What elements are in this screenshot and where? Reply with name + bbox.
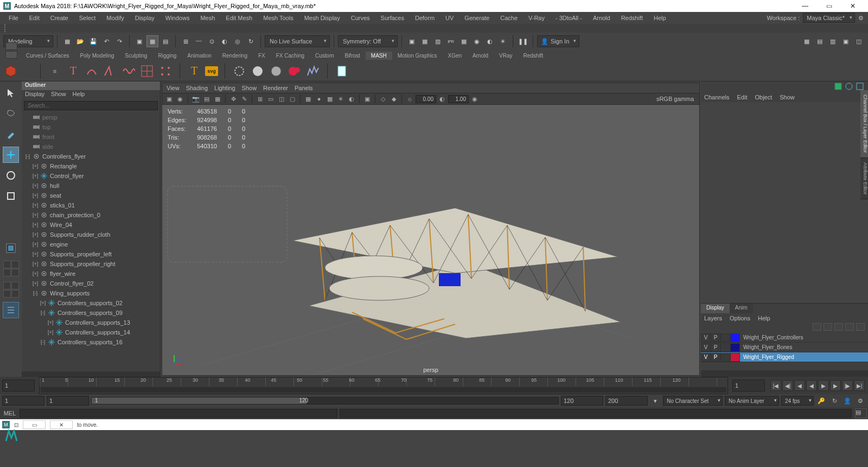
- vp-film-gate-icon[interactable]: ▭: [266, 94, 276, 104]
- mash-ring-icon[interactable]: [232, 64, 247, 79]
- step-forward-button[interactable]: ▶: [830, 380, 841, 391]
- anim-start-field[interactable]: 1: [2, 396, 44, 406]
- layer-display-type[interactable]: [720, 353, 730, 362]
- snap-live-icon[interactable]: ↻: [245, 35, 257, 47]
- menu-surfaces[interactable]: Surfaces: [376, 12, 409, 24]
- mash-noise-icon[interactable]: [305, 64, 321, 79]
- shelf-tab-mash[interactable]: MASH: [366, 52, 392, 60]
- step-back-key-button[interactable]: ◀|: [782, 380, 793, 391]
- menu-generate[interactable]: Generate: [460, 12, 494, 24]
- layer-color-swatch[interactable]: [730, 343, 740, 352]
- current-frame-right[interactable]: 1: [732, 380, 765, 392]
- lasso-tool[interactable]: [3, 105, 19, 122]
- open-scene-icon[interactable]: 📂: [74, 35, 86, 47]
- taskbar-maya-icon[interactable]: M: [2, 421, 10, 428]
- expand-toggle[interactable]: [+]: [48, 330, 53, 335]
- outliner-item[interactable]: [+]Control_flyer_02: [22, 279, 160, 288]
- shelf-tab-vray[interactable]: VRay: [494, 52, 518, 60]
- vp-exposure-value[interactable]: 0.00: [416, 95, 436, 103]
- mash-grid-icon[interactable]: [139, 64, 155, 79]
- vp-camera-icon[interactable]: 📷: [191, 94, 201, 104]
- menu-windows[interactable]: Windows: [161, 12, 194, 24]
- vp-gamma-label[interactable]: sRGB gamma: [653, 96, 697, 102]
- shelf-toggle-2[interactable]: [5, 51, 17, 59]
- expand-toggle[interactable]: [+]: [33, 232, 38, 237]
- shelf-tab-rigging[interactable]: Rigging: [152, 52, 182, 60]
- cb-icon-2[interactable]: [845, 83, 854, 91]
- expand-toggle[interactable]: [-]: [40, 310, 46, 315]
- mash-curve-icon[interactable]: [84, 64, 99, 79]
- shelf-tab-animation[interactable]: Animation: [182, 52, 216, 60]
- shelf-tab-redshift[interactable]: Redshift: [518, 52, 548, 60]
- menu-vray[interactable]: V-Ray: [524, 12, 549, 24]
- snap-curve-icon[interactable]: 〰: [193, 35, 205, 47]
- menu-edit[interactable]: Edit: [25, 12, 44, 24]
- render-icon-3[interactable]: ▥: [432, 35, 444, 47]
- shelf-toggle-1[interactable]: [5, 42, 17, 50]
- expand-toggle[interactable]: [+]: [33, 212, 38, 218]
- snap-grid-icon[interactable]: ⊞: [180, 35, 192, 47]
- shelf-tab-arnold[interactable]: Arnold: [467, 52, 494, 60]
- taskbar-close-thumb[interactable]: ✕: [50, 420, 73, 429]
- outliner-item[interactable]: top: [22, 122, 160, 132]
- outliner-item[interactable]: [+]hull: [22, 181, 160, 191]
- vp-shadows-icon[interactable]: ◐: [347, 94, 356, 104]
- toggle-panel-icon-1[interactable]: ▦: [801, 35, 813, 47]
- layer-list[interactable]: VPWright_Flyer_ControllersVPWright_Flyer…: [701, 333, 868, 370]
- layer-tool-3[interactable]: [834, 323, 843, 331]
- menu-uv[interactable]: UV: [441, 12, 458, 24]
- outliner-item[interactable]: [-]Controllers_flyer: [22, 152, 160, 161]
- anim-layer-selector[interactable]: No Anim Layer: [725, 396, 779, 406]
- layer-tool-4[interactable]: [845, 323, 854, 331]
- mash-dots-icon[interactable]: [158, 64, 173, 79]
- toggle-panel-icon-4[interactable]: ▣: [840, 35, 852, 47]
- outliner-item[interactable]: [+]Supports_propeller_right: [22, 259, 160, 269]
- script-language-label[interactable]: MEL: [0, 410, 20, 416]
- shelf-tab-bifrost[interactable]: Bifrost: [339, 52, 365, 60]
- script-editor-button[interactable]: ▤: [855, 408, 867, 418]
- cb-menu-edit[interactable]: Edit: [737, 94, 747, 100]
- menu-display[interactable]: Display: [131, 12, 159, 24]
- shelf-tab-sculpting[interactable]: Sculpting: [119, 52, 152, 60]
- snap-point-icon[interactable]: ⊙: [206, 35, 218, 47]
- menu-arnold[interactable]: Arnold: [589, 12, 615, 24]
- shelf-tab-rendering[interactable]: Rendering: [217, 52, 253, 60]
- layer-tab-display[interactable]: Display: [701, 304, 730, 313]
- step-back-button[interactable]: ◀: [794, 380, 805, 391]
- outliner-item[interactable]: [+]seat: [22, 191, 160, 200]
- vp-menu-panels[interactable]: Panels: [295, 85, 313, 91]
- go-to-end-button[interactable]: ▶|: [854, 380, 865, 391]
- menu-cache[interactable]: Cache: [496, 12, 522, 24]
- layout-grid-icon[interactable]: [3, 261, 19, 276]
- outliner-menu-show[interactable]: Show: [51, 91, 66, 99]
- go-to-start-button[interactable]: |◀: [770, 380, 781, 391]
- mash-flow-icon[interactable]: [103, 64, 118, 79]
- expand-toggle[interactable]: [+]: [48, 320, 53, 325]
- menu-mesh[interactable]: Mesh: [196, 12, 219, 24]
- vp-menu-lighting[interactable]: Lighting: [214, 85, 235, 91]
- expand-toggle[interactable]: [-]: [25, 154, 30, 159]
- expand-toggle[interactable]: [+]: [33, 193, 38, 198]
- select-mode-component-icon[interactable]: ▦: [146, 35, 158, 47]
- layer-playback[interactable]: P: [711, 333, 720, 342]
- side-tab-channelbox[interactable]: Channel Box / Layer Editor: [860, 90, 868, 158]
- new-scene-icon[interactable]: ▦: [61, 35, 73, 47]
- layer-row[interactable]: VPWright_Flyer_Bones: [701, 343, 868, 352]
- render-globals-icon[interactable]: ◉: [471, 35, 483, 47]
- layer-playback[interactable]: P: [711, 353, 720, 362]
- vp-select-camera-icon[interactable]: ▣: [164, 94, 174, 104]
- layer-tool-2[interactable]: [824, 323, 832, 331]
- layer-menu-layers[interactable]: Layers: [704, 315, 722, 321]
- light-editor-icon[interactable]: ☀: [497, 35, 509, 47]
- maximize-button[interactable]: ▭: [817, 0, 841, 12]
- vp-2d-pan-icon[interactable]: ✥: [228, 94, 238, 104]
- vp-xray-joints-icon[interactable]: ◆: [389, 94, 399, 104]
- vp-gamma-value[interactable]: 1.00: [448, 95, 469, 103]
- layer-row[interactable]: VPWright_Flyer_Rigged: [701, 352, 868, 362]
- vp-colormgmt-icon[interactable]: ◉: [470, 94, 480, 104]
- vp-grid-icon[interactable]: ⊞: [255, 94, 265, 104]
- expand-toggle[interactable]: [+]: [33, 251, 38, 257]
- range-slider[interactable]: 1 120: [91, 397, 559, 405]
- shelf-cube-icon[interactable]: [3, 63, 18, 78]
- expand-toggle[interactable]: [-]: [33, 291, 38, 296]
